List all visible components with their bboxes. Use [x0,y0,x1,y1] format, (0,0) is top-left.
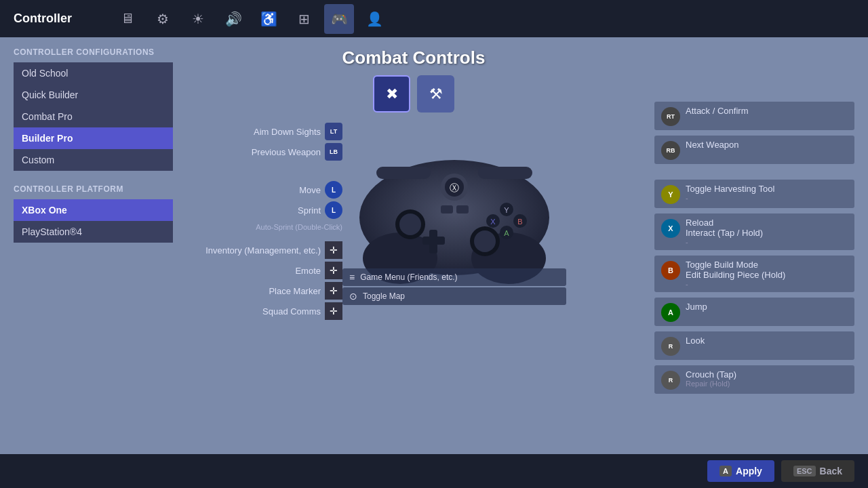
previous-weapon-label: Previous Weapon [252,147,321,157]
svg-rect-23 [456,205,469,214]
apply-button[interactable]: A Apply [707,460,774,482]
controller-image: Ⓧ Y B X [342,129,566,285]
lb-badge: LB [325,143,342,161]
svg-rect-4 [478,167,532,179]
config-item-quick-builder[interactable]: Quick Builder [14,84,173,106]
repair-label: Repair (Hold) [686,380,848,388]
nav-icon-group: 🖥 ⚙ ☀ 🔊 ♿ ⊞ 🎮 👤 [113,4,389,34]
svg-point-11 [474,230,496,252]
squad-comms-label: Squad Comms [262,306,321,317]
controller-svg: Ⓧ Y B X [342,129,566,285]
build-sub: - [686,280,848,288]
dpad-right-badge: ✛ [325,262,342,279]
right-control-look: R Look [654,331,854,360]
page-title-header: Controller [14,12,72,26]
jump-text: Jump [686,302,848,312]
monitor-nav-btn[interactable]: 🖥 [113,4,142,34]
toggle-map-row: ⊙ Toggle Map [342,287,566,305]
sprint-label: Sprint [298,205,321,216]
volume-nav-btn[interactable]: 🔊 [218,4,248,34]
back-label: Back [820,466,842,476]
control-inventory: Inventory (Management, etc.) ✛ [180,241,342,259]
bottom-controller-labels: ≡ Game Menu (Friends, etc.) ⊙ Toggle Map [342,268,566,306]
y-badge: Y [661,185,680,204]
place-marker-label: Place Marker [269,286,321,296]
accessibility-nav-btn[interactable]: ♿ [254,4,283,34]
toggle-map-label: Toggle Map [363,291,405,301]
config-list: Old School Quick Builder Combat Pro Buil… [14,62,173,171]
control-place-marker: Place Marker ✛ [180,282,342,300]
control-sprint: Sprint L Auto-Sprint (Double-Click) [180,201,342,231]
crouch-text: Crouch (Tap) Repair (Hold) [686,369,848,388]
l-badge-move: L [325,181,342,199]
center-panel: Combat Controls ✖ ⚒ Aim Down Sights LT P… [173,47,654,454]
config-section-label: Controller Configurations [14,47,173,57]
profile-nav-btn[interactable]: 👤 [359,4,389,34]
apply-label: Apply [736,466,762,476]
reload-label: Reload [686,218,848,228]
aim-down-sights-label: Aim Down Sights [254,127,321,137]
jump-label: Jump [686,302,848,312]
platform-item-xbox[interactable]: XBox One [14,199,173,221]
attack-confirm-label: Attack / Confirm [686,106,848,116]
control-squad-comms: Squad Comms ✛ [180,302,342,320]
interact-label: Interact (Tap / Hold) [686,228,848,238]
l-badge-sprint: L [325,201,342,219]
controller-nav-btn[interactable]: 🎮 [324,4,354,34]
platform-item-ps4[interactable]: PlayStation®4 [14,221,173,243]
next-weapon-text: Next Weapon [686,140,848,150]
svg-text:Ⓧ: Ⓧ [450,182,459,193]
control-emote: Emote ✛ [180,262,342,279]
svg-rect-13 [422,237,445,245]
right-control-crouch: R Crouch (Tap) Repair (Hold) [654,365,854,394]
inventory-label: Inventory (Management, etc.) [205,245,321,256]
move-label: Move [299,185,321,195]
brightness-nav-btn[interactable]: ☀ [183,4,213,34]
right-control-next-weapon: RB Next Weapon [654,136,854,164]
svg-rect-22 [441,205,453,214]
combat-controls-title: Combat Controls [342,47,486,68]
svg-rect-3 [376,167,431,179]
emote-label: Emote [295,266,321,276]
control-previous-weapon: Previous Weapon LB [180,143,342,161]
platform-section-label: Controller Platform [14,184,173,194]
left-panel: Controller Configurations Old School Qui… [14,47,173,454]
config-item-custom[interactable]: Custom [14,149,173,171]
game-menu-row: ≡ Game Menu (Friends, etc.) [342,268,566,286]
harvesting-label: Toggle Harvesting Tool [686,184,848,194]
toggle-map-icon: ⊙ [349,291,357,302]
right-control-reload: X Reload Interact (Tap / Hold) - [654,214,854,250]
game-menu-icon: ≡ [349,272,355,283]
config-item-old-school[interactable]: Old School [14,62,173,84]
gear-nav-btn[interactable]: ⚙ [148,4,178,34]
right-control-attack: RT Attack / Confirm [654,102,854,130]
crouch-label: Crouch (Tap) [686,369,848,380]
dpad-down-badge: ✛ [325,282,342,300]
harvesting-text: Toggle Harvesting Tool - [686,184,848,202]
config-item-builder-pro[interactable]: Builder Pro [14,127,173,149]
dpad-up-badge: ✛ [325,241,342,259]
back-button[interactable]: ESC Back [781,460,854,482]
grid-nav-btn[interactable]: ⊞ [289,4,319,34]
right-control-build: B Toggle Build Mode Edit Building Piece … [654,256,854,292]
bottom-bar: A Apply ESC Back [0,454,868,488]
b-badge: B [661,261,680,280]
r-badge-look: R [661,337,680,356]
lt-badge: LT [325,123,342,140]
combat-icon-build[interactable]: ⚒ [417,75,454,113]
svg-point-9 [399,214,421,235]
right-control-jump: A Jump [654,298,854,326]
svg-text:X: X [490,218,496,226]
rb-badge: RB [661,141,680,160]
reload-sub: - [686,238,848,246]
config-item-combat-pro[interactable]: Combat Pro [14,106,173,127]
dpad-left-badge: ✛ [325,302,342,320]
svg-text:A: A [504,229,509,237]
main-content: Controller Configurations Old School Qui… [0,37,868,454]
look-text: Look [686,336,848,346]
apply-key: A [719,466,732,476]
combat-icon-swords[interactable]: ✖ [373,75,410,113]
harvesting-sub: - [686,194,848,202]
build-text: Toggle Build Mode Edit Building Piece (H… [686,260,848,288]
x-badge: X [661,219,680,238]
